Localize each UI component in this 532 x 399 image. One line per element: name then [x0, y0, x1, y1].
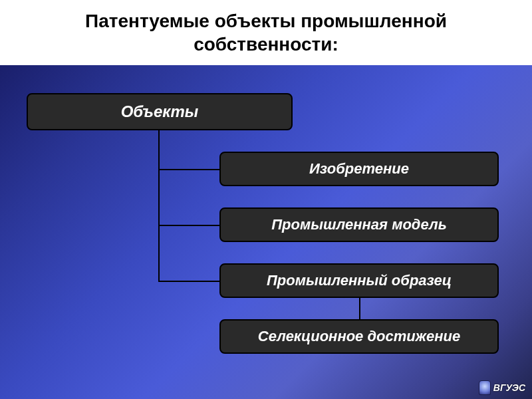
node-root-label: Объекты [121, 102, 199, 121]
connector-branch-3 [158, 281, 219, 282]
footer-logo: ВГУЭС [479, 380, 525, 395]
slide-title: Патентуемые объекты промышленной собстве… [20, 9, 512, 56]
node-child-1-label: Изобретение [309, 160, 409, 178]
node-child-3-label: Промышленный образец [267, 272, 452, 289]
node-child-4: Селекционное достижение [219, 319, 499, 354]
logo-text: ВГУЭС [493, 382, 525, 393]
connector-trunk [158, 130, 160, 281]
connector-branch-2 [158, 225, 219, 226]
connector-branch-1 [158, 169, 219, 170]
slide-title-area: Патентуемые объекты промышленной собстве… [0, 0, 532, 65]
node-child-4-label: Селекционное достижение [258, 328, 460, 345]
node-child-2: Промышленная модель [219, 207, 499, 242]
node-root: Объекты [27, 93, 293, 130]
logo-emblem-icon [479, 380, 491, 395]
node-child-2-label: Промышленная модель [271, 216, 446, 233]
node-child-3: Промышленный образец [219, 263, 499, 298]
node-child-1: Изобретение [219, 152, 499, 186]
diagram-canvas: Объекты Изобретение Промышленная модель … [0, 65, 532, 399]
